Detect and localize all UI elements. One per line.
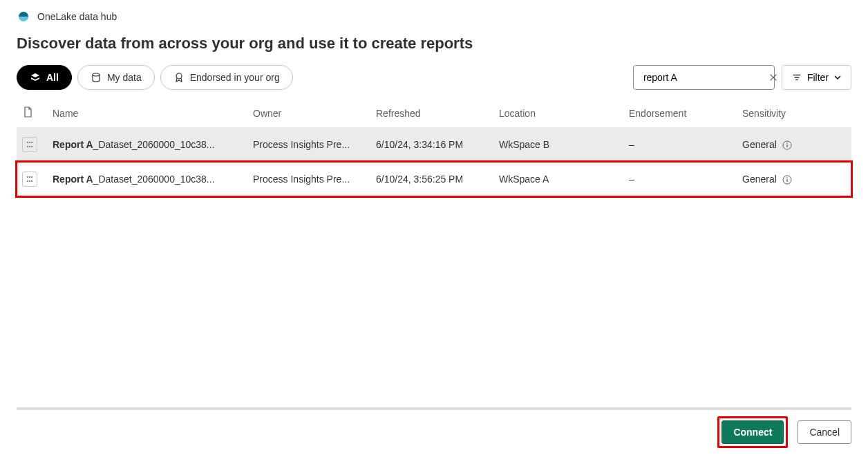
hub-header: OneLake data hub xyxy=(0,0,868,28)
svg-point-19 xyxy=(29,176,30,178)
svg-point-22 xyxy=(29,180,30,182)
pill-all-label: All xyxy=(46,72,59,83)
svg-point-26 xyxy=(786,177,788,178)
filter-pill-group: All My data Endorsed in your org xyxy=(17,65,293,90)
page-heading: Discover data from across your org and u… xyxy=(0,28,868,65)
search-input[interactable] xyxy=(643,72,764,83)
dataset-icon xyxy=(22,137,37,152)
ribbon-icon xyxy=(173,72,185,83)
footer-bar: Connect Cancel xyxy=(717,416,851,448)
row-name-cell: Report A_Dataset_2060000_10c38... xyxy=(47,127,247,162)
col-header-name[interactable]: Name xyxy=(47,100,247,127)
table-header-row: Name Owner Refreshed Location Endorsemen… xyxy=(17,100,851,127)
filter-icon xyxy=(792,73,802,82)
onelake-logo-icon xyxy=(17,10,30,24)
pill-my-data[interactable]: My data xyxy=(77,65,155,90)
svg-point-21 xyxy=(27,180,28,182)
col-header-location[interactable]: Location xyxy=(493,100,623,127)
row-type-icon-cell xyxy=(17,162,47,196)
hub-title: OneLake data hub xyxy=(37,11,117,22)
footer-separator xyxy=(17,407,851,410)
chevron-down-icon xyxy=(834,74,841,81)
svg-point-11 xyxy=(31,142,32,143)
clear-search-button[interactable] xyxy=(768,71,778,84)
svg-point-0 xyxy=(93,73,100,76)
svg-point-17 xyxy=(786,142,788,144)
svg-point-10 xyxy=(29,142,30,143)
svg-point-12 xyxy=(27,146,28,147)
pill-endorsed[interactable]: Endorsed in your org xyxy=(160,65,293,90)
pill-endorsed-label: Endorsed in your org xyxy=(190,72,280,83)
row-name-bold: Report A xyxy=(53,174,93,185)
row-name-rest: _Dataset_2060000_10c38... xyxy=(93,174,215,185)
row-name-cell: Report A_Dataset_2060000_10c38... xyxy=(47,162,247,196)
filter-button-label: Filter xyxy=(807,72,829,83)
col-header-owner[interactable]: Owner xyxy=(247,100,370,127)
svg-point-23 xyxy=(31,180,32,182)
row-endorsement-cell: – xyxy=(623,162,737,196)
row-sensitivity-label: General xyxy=(742,174,777,185)
svg-point-20 xyxy=(31,176,32,178)
row-refreshed-cell: 6/10/24, 3:34:16 PM xyxy=(370,127,493,162)
row-location-cell: WkSpace A xyxy=(493,162,623,196)
pill-my-data-label: My data xyxy=(107,72,142,83)
database-icon xyxy=(91,72,102,83)
svg-point-1 xyxy=(176,73,182,79)
dataset-icon xyxy=(22,171,37,187)
col-header-sensitivity[interactable]: Sensitivity xyxy=(737,100,851,127)
filter-button[interactable]: Filter xyxy=(782,65,851,90)
data-table-wrap: Name Owner Refreshed Location Endorsemen… xyxy=(0,100,868,196)
row-sensitivity-cell: General xyxy=(737,162,851,196)
svg-point-14 xyxy=(31,146,32,147)
svg-point-13 xyxy=(29,146,30,147)
file-icon xyxy=(22,106,33,118)
info-icon[interactable] xyxy=(782,175,792,185)
connect-highlight: Connect xyxy=(717,416,788,448)
info-icon[interactable] xyxy=(782,140,792,150)
row-owner-cell: Process Insights Pre... xyxy=(247,127,370,162)
search-box[interactable] xyxy=(633,65,775,90)
connect-button[interactable]: Connect xyxy=(721,420,784,444)
row-refreshed-cell: 6/10/24, 3:56:25 PM xyxy=(370,162,493,196)
stack-icon xyxy=(30,72,41,83)
cancel-button[interactable]: Cancel xyxy=(798,420,851,444)
toolbar: All My data Endorsed in your org Filter xyxy=(0,65,868,100)
row-name-rest: _Dataset_2060000_10c38... xyxy=(93,139,215,150)
data-table: Name Owner Refreshed Location Endorsemen… xyxy=(17,100,851,196)
row-owner-cell: Process Insights Pre... xyxy=(247,162,370,196)
row-sensitivity-label: General xyxy=(742,139,777,150)
col-header-icon[interactable] xyxy=(17,100,47,127)
pill-all[interactable]: All xyxy=(17,65,72,90)
table-row[interactable]: Report A_Dataset_2060000_10c38... Proces… xyxy=(17,127,851,162)
col-header-refreshed[interactable]: Refreshed xyxy=(370,100,493,127)
row-name-bold: Report A xyxy=(53,139,93,150)
table-row[interactable]: Report A_Dataset_2060000_10c38... Proces… xyxy=(17,162,851,196)
row-sensitivity-cell: General xyxy=(737,127,851,162)
col-header-endorsement[interactable]: Endorsement xyxy=(623,100,737,127)
svg-point-9 xyxy=(27,142,28,143)
svg-point-18 xyxy=(27,176,28,178)
row-location-cell: WkSpace B xyxy=(493,127,623,162)
row-endorsement-cell: – xyxy=(623,127,737,162)
row-type-icon-cell xyxy=(17,127,47,162)
